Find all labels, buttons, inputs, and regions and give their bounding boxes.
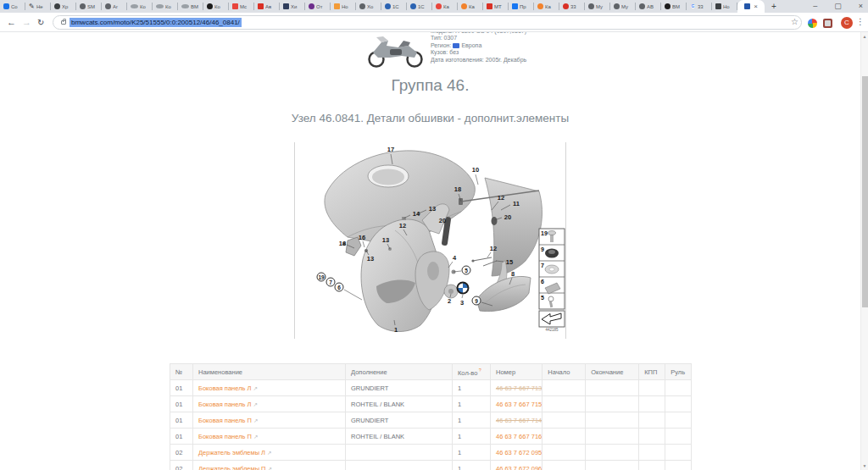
url-text[interactable]: bmwcats.com/moto/K25/51555/0:0:200512/46… [70, 18, 242, 27]
browser-tab[interactable]: Ко [203, 0, 229, 13]
diagram-callout-18[interactable]: 18 [454, 185, 461, 193]
extension-colorwheel-icon[interactable] [808, 19, 817, 28]
diagram-callout-3[interactable]: 3 [460, 299, 464, 307]
browser-tab[interactable]: ✎Не [25, 0, 51, 13]
external-link-icon[interactable]: ↗ [267, 450, 271, 456]
external-link-icon[interactable]: ↗ [253, 434, 258, 440]
part-number-link[interactable]: 46 63 7 667 713 [491, 380, 542, 396]
browser-tab[interactable]: Но [712, 0, 737, 13]
scroll-down-icon[interactable]: ▼ [861, 463, 868, 468]
diagram-callout-13[interactable]: 13 [382, 236, 389, 244]
page-scrollbar[interactable]: ▲ ▼ [860, 32, 868, 470]
part-number-link[interactable]: 46 63 7 667 714 [491, 412, 542, 429]
browser-tab[interactable]: Ав [254, 0, 280, 13]
external-link-icon[interactable]: ↗ [253, 401, 257, 407]
diagram-callout-6[interactable]: 6 [335, 283, 344, 292]
diagram-callout-13[interactable]: 13 [429, 205, 436, 213]
legend-number-6: 6 [541, 279, 544, 285]
browser-tab[interactable]: Му [585, 0, 610, 13]
browser-tab[interactable]: Ка [534, 0, 559, 13]
legend-number-9: 9 [541, 246, 544, 252]
address-bar[interactable]: bmwcats.com/moto/K25/51555/0:0:200512/46… [53, 15, 802, 30]
part-name-link[interactable]: Боковая панель П↗ [193, 429, 346, 445]
extension-pdf-icon[interactable] [823, 19, 832, 28]
browser-tab[interactable]: Ка [458, 0, 483, 13]
browser-tab[interactable]: Му [610, 0, 636, 13]
tab-close-icon[interactable]: × [754, 3, 758, 10]
browser-tab[interactable]: Со [0, 0, 25, 13]
browser-tab[interactable]: Ко [153, 0, 178, 13]
diagram-callout-2[interactable]: 2 [448, 297, 451, 305]
close-button[interactable]: × [859, 3, 863, 10]
diagram-callout-12[interactable]: 12 [399, 222, 406, 229]
browser-tab[interactable]: 1С [381, 0, 407, 13]
browser-tab[interactable]: АВ [636, 0, 661, 13]
diagram-callout-15[interactable]: 15 [506, 258, 513, 266]
browser-tab[interactable]: Аг [102, 0, 127, 13]
minimize-button[interactable]: – [813, 3, 817, 10]
part-number-link[interactable]: 46 63 7 672 096 [491, 461, 542, 470]
part-number-link[interactable]: 46 63 7 667 716 [491, 429, 542, 445]
tab-favicon [359, 3, 365, 9]
parts-diagram[interactable]: 1710181211131420201213161813121545819762… [294, 142, 566, 339]
diagram-callout-9[interactable]: 9 [472, 296, 481, 306]
browser-tab[interactable]: Пр [509, 0, 534, 13]
part-number-link[interactable]: 46 63 7 667 715 [491, 396, 542, 412]
bookmark-star-icon[interactable]: ☆ [791, 18, 798, 26]
part-name-link[interactable]: Держатель эмблемы Л↗ [193, 445, 346, 461]
diagram-callout-20[interactable]: 20 [439, 217, 446, 224]
qty-hint-icon[interactable]: ? [477, 368, 481, 373]
part-name-link[interactable]: Боковая панель Л↗ [193, 396, 346, 412]
diagram-callout-4[interactable]: 4 [453, 254, 456, 262]
part-name-link[interactable]: Боковая панель Л↗ [193, 380, 346, 396]
diagram-callout-12[interactable]: 12 [490, 245, 497, 252]
active-tab[interactable]: × [737, 0, 765, 13]
browser-tab[interactable]: Ко [127, 0, 153, 13]
diagram-callout-13[interactable]: 13 [367, 255, 374, 263]
part-number-link[interactable]: 46 63 7 672 095 [491, 445, 542, 461]
reload-button[interactable]: ↻ [37, 18, 44, 27]
profile-avatar[interactable]: C [841, 17, 853, 29]
browser-tab[interactable]: Но [331, 0, 356, 13]
browser-tab[interactable]: Мс [229, 0, 254, 13]
browser-tab[interactable]: От [305, 0, 331, 13]
scroll-up-icon[interactable]: ▲ [861, 34, 868, 39]
diagram-callout-17[interactable]: 17 [387, 146, 394, 153]
diagram-callout-19[interactable]: 19 [317, 273, 326, 282]
diagram-callout-12[interactable]: 12 [498, 194, 504, 202]
new-tab-button[interactable]: + [771, 3, 776, 11]
external-link-icon[interactable]: ↗ [253, 385, 257, 391]
tab-label: Аг [113, 4, 125, 9]
browser-tab[interactable]: ВМ [661, 0, 687, 13]
tab-label: Пр [520, 4, 531, 9]
part-name-link[interactable]: Боковая панель П↗ [193, 412, 346, 429]
browser-tab[interactable]: Хо [356, 0, 381, 13]
vehicle-body: Кузов: без [431, 49, 651, 56]
diagram-callout-11[interactable]: 11 [513, 200, 520, 207]
external-link-icon[interactable]: ↗ [253, 417, 258, 423]
browser-tab[interactable]: 1С [407, 0, 432, 13]
browser-tab[interactable]: SM [76, 0, 102, 13]
diagram-callout-10[interactable]: 10 [472, 166, 479, 174]
browser-tab[interactable]: Ка [432, 0, 458, 13]
browser-tab[interactable]: Хр [51, 0, 76, 13]
diagram-callout-16[interactable]: 16 [359, 234, 365, 241]
diagram-callout-18[interactable]: 18 [339, 240, 346, 247]
scrollbar-thumb[interactable] [862, 76, 868, 307]
diagram-callout-8[interactable]: 8 [511, 270, 515, 278]
browser-tab[interactable]: G33 [687, 0, 712, 13]
browser-tab[interactable]: МТ [483, 0, 509, 13]
diagram-callout-5[interactable]: 5 [462, 266, 471, 275]
kpp-cell [639, 461, 665, 470]
diagram-callout-14[interactable]: 14 [413, 210, 420, 218]
browser-tab[interactable]: ВМ [178, 0, 203, 13]
diagram-callout-20[interactable]: 20 [504, 213, 511, 221]
maximize-button[interactable]: ▢ [834, 3, 842, 10]
part-name-link[interactable]: Держатель эмблемы П↗ [193, 461, 346, 470]
browser-tab[interactable]: 33 [559, 0, 585, 13]
browser-menu-icon[interactable]: ⋮ [856, 17, 865, 26]
browser-tab[interactable]: Хи [280, 0, 305, 13]
back-button[interactable]: ← [7, 17, 16, 27]
diagram-callout-1[interactable]: 1 [394, 326, 398, 334]
external-link-icon[interactable]: ↗ [268, 466, 272, 470]
